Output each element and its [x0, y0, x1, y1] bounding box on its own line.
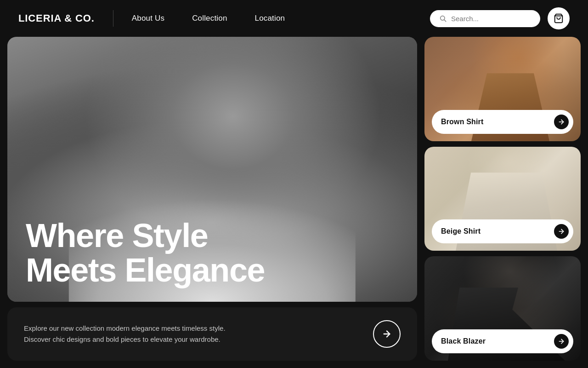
arrow-right-icon	[558, 338, 565, 345]
arrow-right-icon	[382, 329, 392, 339]
brown-shirt-label[interactable]: Brown Shirt	[432, 110, 573, 134]
right-panel: Brown Shirt Beige Shirt	[424, 37, 581, 361]
black-blazer-arrow[interactable]	[554, 334, 569, 349]
nav-collection[interactable]: Collection	[192, 14, 227, 23]
product-card-black-blazer[interactable]: Black Blazer	[424, 256, 581, 361]
nav-location[interactable]: Location	[255, 14, 285, 23]
brown-shirt-arrow[interactable]	[554, 115, 569, 129]
cart-icon	[554, 13, 564, 23]
main-content: Where Style Meets Elegance Explore our n…	[0, 37, 588, 368]
brown-shirt-name: Brown Shirt	[441, 118, 483, 126]
nav-about[interactable]: About Us	[132, 14, 164, 23]
hero-cta-button[interactable]	[373, 320, 401, 348]
beige-shirt-name: Beige Shirt	[441, 227, 481, 236]
main-nav: About Us Collection Location	[132, 14, 430, 23]
product-card-brown-shirt[interactable]: Brown Shirt	[424, 37, 581, 141]
arrow-right-icon	[558, 228, 565, 235]
black-blazer-name: Black Blazer	[441, 337, 486, 345]
subtext-line2: Discover chic designs and bold pieces to…	[24, 335, 220, 343]
left-panel: Where Style Meets Elegance Explore our n…	[7, 37, 417, 361]
hero-headline: Where Style Meets Elegance	[26, 218, 399, 288]
hero-image: Where Style Meets Elegance	[7, 37, 417, 302]
header: LICERIA & CO. About Us Collection Locati…	[0, 0, 588, 37]
hero-line2: Meets Elegance	[26, 252, 265, 288]
hero-text: Where Style Meets Elegance	[26, 218, 399, 288]
search-bar[interactable]	[430, 10, 540, 27]
hero-line1: Where Style	[26, 217, 208, 254]
search-input[interactable]	[451, 15, 531, 23]
hero-subtext: Explore our new collection modern elegan…	[24, 323, 226, 345]
subtext-line1: Explore our new collection modern elegan…	[24, 324, 226, 332]
svg-line-1	[444, 20, 446, 22]
logo: LICERIA & CO.	[18, 12, 95, 24]
header-divider	[113, 10, 113, 27]
header-right	[430, 7, 570, 29]
hero-bottom-bar: Explore our new collection modern elegan…	[7, 307, 417, 361]
arrow-right-icon	[558, 118, 565, 126]
product-card-beige-shirt[interactable]: Beige Shirt	[424, 147, 581, 251]
cart-button[interactable]	[548, 7, 570, 29]
beige-shirt-arrow[interactable]	[554, 224, 569, 239]
search-icon	[439, 15, 447, 22]
black-blazer-label[interactable]: Black Blazer	[432, 329, 573, 353]
beige-shirt-label[interactable]: Beige Shirt	[432, 219, 573, 243]
